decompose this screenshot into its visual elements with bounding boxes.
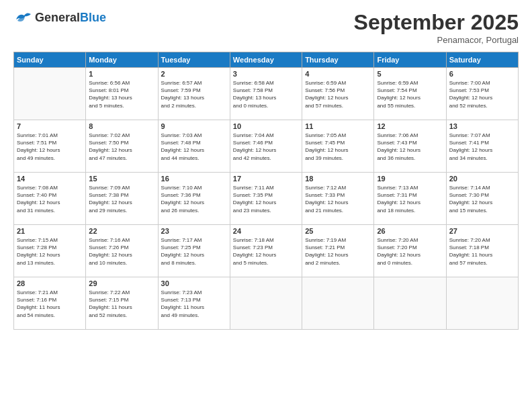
- logo-icon: [13, 10, 32, 25]
- day-number: 28: [17, 279, 83, 287]
- day-number: 1: [89, 70, 154, 78]
- calendar-cell: 22Sunrise: 7:16 AM Sunset: 7:26 PM Dayli…: [86, 225, 158, 277]
- weekday-header-tuesday: Tuesday: [158, 52, 230, 68]
- weekday-header-thursday: Thursday: [302, 52, 374, 68]
- day-info: Sunrise: 7:05 AM Sunset: 7:45 PM Dayligh…: [305, 132, 371, 162]
- day-number: 30: [161, 279, 227, 287]
- calendar-cell: 28Sunrise: 7:21 AM Sunset: 7:16 PM Dayli…: [14, 277, 86, 330]
- day-number: 2: [161, 70, 227, 78]
- calendar-cell: 9Sunrise: 7:03 AM Sunset: 7:48 PM Daylig…: [158, 120, 230, 173]
- day-number: 8: [89, 122, 154, 130]
- calendar-cell: 13Sunrise: 7:07 AM Sunset: 7:41 PM Dayli…: [446, 120, 518, 173]
- day-info: Sunrise: 7:16 AM Sunset: 7:26 PM Dayligh…: [89, 236, 154, 267]
- calendar-cell: [14, 68, 86, 120]
- calendar-cell: 18Sunrise: 7:12 AM Sunset: 7:33 PM Dayli…: [302, 173, 374, 225]
- day-info: Sunrise: 6:59 AM Sunset: 7:56 PM Dayligh…: [305, 79, 371, 109]
- calendar-cell: [230, 277, 302, 330]
- day-number: 4: [305, 70, 371, 78]
- day-info: Sunrise: 7:22 AM Sunset: 7:15 PM Dayligh…: [89, 289, 154, 319]
- day-number: 24: [233, 227, 299, 235]
- day-number: 11: [305, 122, 371, 130]
- calendar-cell: 8Sunrise: 7:02 AM Sunset: 7:50 PM Daylig…: [86, 120, 158, 173]
- day-number: 6: [449, 70, 515, 78]
- day-number: 7: [17, 122, 83, 130]
- calendar-cell: 20Sunrise: 7:14 AM Sunset: 7:30 PM Dayli…: [446, 173, 518, 225]
- day-info: Sunrise: 7:00 AM Sunset: 7:53 PM Dayligh…: [449, 79, 515, 109]
- day-number: 23: [161, 227, 227, 235]
- calendar-cell: 4Sunrise: 6:59 AM Sunset: 7:56 PM Daylig…: [302, 68, 374, 120]
- weekday-header-row: SundayMondayTuesdayWednesdayThursdayFrid…: [14, 52, 519, 68]
- logo: GeneralBlue: [13, 10, 106, 25]
- day-info: Sunrise: 7:01 AM Sunset: 7:51 PM Dayligh…: [17, 132, 83, 162]
- header: GeneralBlue September 2025 Penamacor, Po…: [13, 10, 519, 45]
- weekday-header-friday: Friday: [374, 52, 446, 68]
- day-number: 5: [377, 70, 443, 78]
- day-number: 12: [377, 122, 443, 130]
- calendar-cell: 15Sunrise: 7:09 AM Sunset: 7:38 PM Dayli…: [86, 173, 158, 225]
- week-row-4: 21Sunrise: 7:15 AM Sunset: 7:28 PM Dayli…: [14, 225, 519, 277]
- day-info: Sunrise: 7:19 AM Sunset: 7:21 PM Dayligh…: [305, 236, 371, 267]
- calendar-cell: 27Sunrise: 7:20 AM Sunset: 7:18 PM Dayli…: [446, 225, 518, 277]
- title-block: September 2025 Penamacor, Portugal: [354, 10, 519, 45]
- calendar-cell: [446, 277, 518, 330]
- day-number: 13: [449, 122, 515, 130]
- day-info: Sunrise: 7:11 AM Sunset: 7:35 PM Dayligh…: [233, 184, 299, 214]
- calendar-cell: 7Sunrise: 7:01 AM Sunset: 7:51 PM Daylig…: [14, 120, 86, 173]
- day-number: 29: [89, 279, 154, 287]
- day-info: Sunrise: 7:03 AM Sunset: 7:48 PM Dayligh…: [161, 132, 227, 162]
- day-number: 3: [233, 70, 299, 78]
- day-info: Sunrise: 7:12 AM Sunset: 7:33 PM Dayligh…: [305, 184, 371, 214]
- month-title: September 2025: [354, 10, 519, 35]
- day-number: 27: [449, 227, 515, 235]
- day-number: 21: [17, 227, 83, 235]
- calendar-cell: 30Sunrise: 7:23 AM Sunset: 7:13 PM Dayli…: [158, 277, 230, 330]
- day-number: 25: [305, 227, 371, 235]
- day-info: Sunrise: 7:21 AM Sunset: 7:16 PM Dayligh…: [17, 289, 83, 319]
- calendar-cell: 6Sunrise: 7:00 AM Sunset: 7:53 PM Daylig…: [446, 68, 518, 120]
- day-info: Sunrise: 6:57 AM Sunset: 7:59 PM Dayligh…: [161, 79, 227, 109]
- day-info: Sunrise: 7:23 AM Sunset: 7:13 PM Dayligh…: [161, 289, 227, 319]
- week-row-3: 14Sunrise: 7:08 AM Sunset: 7:40 PM Dayli…: [14, 173, 519, 225]
- calendar-cell: 24Sunrise: 7:18 AM Sunset: 7:23 PM Dayli…: [230, 225, 302, 277]
- logo-text: GeneralBlue: [35, 11, 106, 25]
- day-number: 14: [17, 175, 83, 183]
- day-info: Sunrise: 6:58 AM Sunset: 7:58 PM Dayligh…: [233, 79, 299, 109]
- calendar-cell: 26Sunrise: 7:20 AM Sunset: 7:20 PM Dayli…: [374, 225, 446, 277]
- weekday-header-saturday: Saturday: [446, 52, 518, 68]
- day-info: Sunrise: 7:20 AM Sunset: 7:18 PM Dayligh…: [449, 236, 515, 267]
- day-number: 26: [377, 227, 443, 235]
- day-info: Sunrise: 7:09 AM Sunset: 7:38 PM Dayligh…: [89, 184, 154, 214]
- day-number: 10: [233, 122, 299, 130]
- day-number: 19: [377, 175, 443, 183]
- calendar-cell: 29Sunrise: 7:22 AM Sunset: 7:15 PM Dayli…: [86, 277, 158, 330]
- day-info: Sunrise: 7:07 AM Sunset: 7:41 PM Dayligh…: [449, 132, 515, 162]
- day-info: Sunrise: 7:17 AM Sunset: 7:25 PM Dayligh…: [161, 236, 227, 267]
- calendar-cell: 21Sunrise: 7:15 AM Sunset: 7:28 PM Dayli…: [14, 225, 86, 277]
- day-info: Sunrise: 7:18 AM Sunset: 7:23 PM Dayligh…: [233, 236, 299, 267]
- calendar-table: SundayMondayTuesdayWednesdayThursdayFrid…: [13, 52, 519, 330]
- day-info: Sunrise: 6:59 AM Sunset: 7:54 PM Dayligh…: [377, 79, 443, 109]
- day-info: Sunrise: 7:06 AM Sunset: 7:43 PM Dayligh…: [377, 132, 443, 162]
- day-info: Sunrise: 7:15 AM Sunset: 7:28 PM Dayligh…: [17, 236, 83, 267]
- day-number: 9: [161, 122, 227, 130]
- calendar-cell: 25Sunrise: 7:19 AM Sunset: 7:21 PM Dayli…: [302, 225, 374, 277]
- calendar-cell: [374, 277, 446, 330]
- week-row-1: 1Sunrise: 6:56 AM Sunset: 8:01 PM Daylig…: [14, 68, 519, 120]
- day-info: Sunrise: 7:20 AM Sunset: 7:20 PM Dayligh…: [377, 236, 443, 267]
- day-number: 18: [305, 175, 371, 183]
- logo-blue: Blue: [80, 11, 106, 24]
- day-info: Sunrise: 6:56 AM Sunset: 8:01 PM Dayligh…: [89, 79, 154, 109]
- day-number: 15: [89, 175, 154, 183]
- calendar-cell: 11Sunrise: 7:05 AM Sunset: 7:45 PM Dayli…: [302, 120, 374, 173]
- day-info: Sunrise: 7:13 AM Sunset: 7:31 PM Dayligh…: [377, 184, 443, 214]
- subtitle: Penamacor, Portugal: [354, 35, 519, 45]
- day-info: Sunrise: 7:14 AM Sunset: 7:30 PM Dayligh…: [449, 184, 515, 214]
- week-row-5: 28Sunrise: 7:21 AM Sunset: 7:16 PM Dayli…: [14, 277, 519, 330]
- calendar-cell: 23Sunrise: 7:17 AM Sunset: 7:25 PM Dayli…: [158, 225, 230, 277]
- week-row-2: 7Sunrise: 7:01 AM Sunset: 7:51 PM Daylig…: [14, 120, 519, 173]
- day-number: 22: [89, 227, 154, 235]
- calendar-cell: [302, 277, 374, 330]
- weekday-header-sunday: Sunday: [14, 52, 86, 68]
- page: GeneralBlue September 2025 Penamacor, Po…: [0, 0, 532, 411]
- logo-general: General: [35, 11, 80, 24]
